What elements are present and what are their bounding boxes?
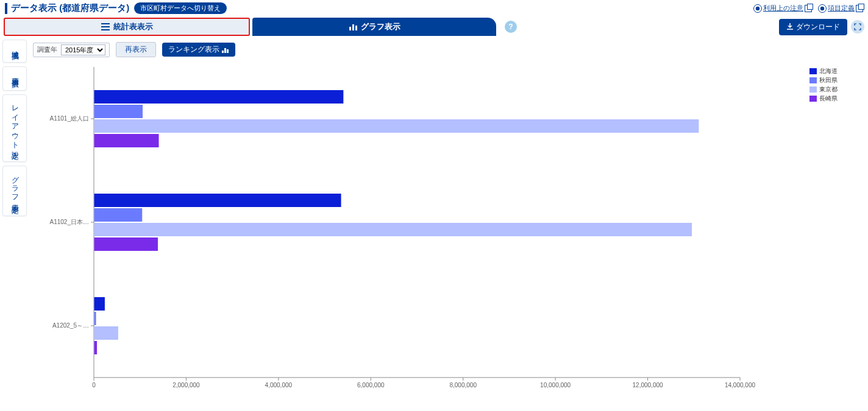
legend-label: 秋田県 <box>819 76 838 85</box>
svg-rect-32 <box>94 134 159 147</box>
legend-item: 秋田県 <box>809 76 838 85</box>
svg-text:0: 0 <box>92 382 96 388</box>
main-area: 調査年 2015年度 再表示 ランキング表示 02,000,0004,000,0… <box>27 40 868 402</box>
svg-rect-3 <box>349 27 351 30</box>
sidebar-item-label: 表示項目選択 <box>10 72 20 76</box>
tab-row: 統計表表示 グラフ表示 ? ダウンロード <box>0 18 868 36</box>
svg-text:A1102_日本…: A1102_日本… <box>50 219 89 225</box>
sidebar-item-graph-settings[interactable]: グラフ表示設定 › <box>2 166 27 216</box>
svg-rect-37 <box>94 223 692 236</box>
legend-swatch <box>809 68 817 74</box>
svg-text:12,000,000: 12,000,000 <box>633 382 663 388</box>
legend-item: 北海道 <box>809 67 838 76</box>
switch-municipal-button[interactable]: 市区町村データへ切り替え <box>134 2 227 14</box>
sidebar-item-label: 地域選択 <box>10 45 20 47</box>
svg-rect-1 <box>101 26 110 27</box>
svg-rect-6 <box>222 51 224 53</box>
ranking-icon <box>222 47 229 53</box>
svg-rect-36 <box>94 208 143 222</box>
chevron-right-icon: › <box>13 50 16 60</box>
fullscreen-button[interactable] <box>851 20 864 33</box>
svg-rect-41 <box>94 297 105 311</box>
download-icon <box>786 23 794 30</box>
svg-rect-8 <box>227 49 229 53</box>
legend-label: 長崎県 <box>819 94 838 103</box>
svg-rect-35 <box>94 194 341 207</box>
svg-text:2,000,000: 2,000,000 <box>173 382 200 388</box>
svg-rect-7 <box>224 48 226 53</box>
chevron-right-icon: › <box>13 149 16 159</box>
year-select-group: 調査年 2015年度 <box>33 43 110 57</box>
sidebar-item-region-select[interactable]: 地域選択 › <box>2 40 27 63</box>
svg-text:8,000,000: 8,000,000 <box>449 382 477 388</box>
svg-rect-31 <box>94 119 699 133</box>
chevron-right-icon: › <box>13 203 16 213</box>
item-definition-label: 項目定義 <box>828 4 855 13</box>
svg-rect-30 <box>94 105 143 118</box>
page-title: データ表示 (都道府県データ) <box>11 2 129 14</box>
svg-rect-0 <box>101 23 110 24</box>
legend-swatch <box>809 86 817 93</box>
legend-swatch <box>809 96 817 102</box>
svg-rect-42 <box>94 312 96 325</box>
svg-rect-5 <box>355 26 357 30</box>
legend-swatch <box>809 77 817 83</box>
sidebar-item-layout-settings[interactable]: レイアウト設定 › <box>2 94 27 162</box>
svg-rect-2 <box>101 29 110 30</box>
svg-rect-44 <box>94 341 98 354</box>
sidebar-item-label: レイアウト設定 <box>10 100 20 147</box>
download-label: ダウンロード <box>796 22 840 32</box>
legend-label: 東京都 <box>819 85 838 94</box>
chart-legend: 北海道秋田県東京都長崎県 <box>809 67 838 104</box>
sidebar-item-display-items[interactable]: 表示項目選択 › <box>2 66 27 91</box>
svg-text:14,000,000: 14,000,000 <box>725 382 755 388</box>
redisplay-button[interactable]: 再表示 <box>116 42 156 57</box>
year-label: 調査年 <box>37 45 57 54</box>
table-icon <box>101 23 110 31</box>
ranking-label: ランキング表示 <box>168 44 219 55</box>
svg-text:10,000,000: 10,000,000 <box>540 382 571 388</box>
external-link-icon <box>805 5 812 12</box>
item-definition-link[interactable]: 項目定義 <box>818 4 863 13</box>
year-select[interactable]: 2015年度 <box>61 44 105 55</box>
svg-rect-38 <box>94 237 158 251</box>
legend-label: 北海道 <box>819 67 838 76</box>
usage-notice-label: 利用上の注意 <box>763 4 803 13</box>
help-button[interactable]: ? <box>505 21 517 33</box>
tab-table-label: 統計表表示 <box>113 21 153 32</box>
usage-notice-link[interactable]: 利用上の注意 <box>753 4 812 13</box>
ranking-button[interactable]: ランキング表示 <box>162 43 235 57</box>
svg-rect-43 <box>94 326 118 340</box>
page-header: データ表示 (都道府県データ) 市区町村データへ切り替え 利用上の注意 項目定義 <box>0 0 868 18</box>
svg-text:4,000,000: 4,000,000 <box>265 382 293 388</box>
svg-text:A1101_総人口: A1101_総人口 <box>50 115 89 122</box>
sidebar-item-label: グラフ表示設定 <box>10 171 20 201</box>
svg-rect-4 <box>352 24 354 30</box>
svg-rect-29 <box>94 90 344 104</box>
tab-statistics-table[interactable]: 統計表表示 <box>4 18 250 36</box>
left-sidebar: 地域選択 › 表示項目選択 › レイアウト設定 › グラフ表示設定 › <box>2 40 27 216</box>
svg-text:A1202_5～…: A1202_5～… <box>52 322 89 329</box>
legend-item: 長崎県 <box>809 94 838 103</box>
tab-graph-label: グラフ表示 <box>361 21 400 32</box>
header-accent-bar <box>5 3 7 14</box>
external-link-icon <box>856 5 863 12</box>
chart-controls: 調査年 2015年度 再表示 ランキング表示 <box>33 42 862 57</box>
bar-chart-svg: 02,000,0004,000,0006,000,0008,000,00010,… <box>45 61 850 399</box>
chart: 02,000,0004,000,0006,000,0008,000,00010,… <box>45 61 862 402</box>
svg-text:6,000,000: 6,000,000 <box>357 382 385 388</box>
legend-item: 東京都 <box>809 85 838 94</box>
chevron-right-icon: › <box>13 78 16 88</box>
expand-icon <box>854 23 861 30</box>
tab-graph[interactable]: グラフ表示 <box>252 18 496 36</box>
bar-chart-icon <box>349 23 357 31</box>
download-button[interactable]: ダウンロード <box>779 19 847 35</box>
